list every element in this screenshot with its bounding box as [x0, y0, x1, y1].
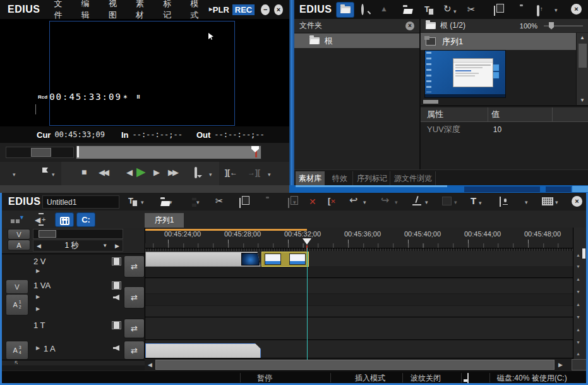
tl-export-chevron-icon[interactable]: ▾: [525, 200, 528, 205]
vscroll-up-icon-2[interactable]: ▲: [576, 277, 580, 281]
refresh-chevron-icon[interactable]: ▾: [453, 9, 457, 15]
position-bar[interactable]: [76, 145, 261, 159]
timeline-zoom-slider[interactable]: [33, 229, 123, 239]
prev-frame-button[interactable]: ◀: [126, 168, 133, 176]
hscroll-thumb[interactable]: [155, 360, 555, 370]
player-close-button[interactable]: ×: [274, 4, 283, 15]
vscroll-up-icon-1[interactable]: ▲: [576, 253, 580, 257]
tl-open-chevron-icon[interactable]: ▾: [169, 200, 172, 205]
sequence-tab[interactable]: 序列1: [145, 213, 184, 228]
track-row-1va-video[interactable]: [145, 278, 573, 294]
add-title-clip-button[interactable]: T: [424, 4, 429, 14]
tl-trim-chevron-icon[interactable]: ▾: [454, 200, 457, 205]
track-row-1va-audio[interactable]: [145, 306, 573, 317]
audio-mute-button[interactable]: A: [8, 240, 30, 250]
refresh-button[interactable]: ↻: [443, 4, 452, 13]
timeline-close-button[interactable]: ×: [572, 196, 582, 207]
status-ripple-mode[interactable]: 波纹关闭: [411, 373, 441, 384]
mode-timeline-button[interactable]: ▼: [9, 214, 26, 224]
tl-redo-button[interactable]: ↪: [381, 195, 389, 205]
properties-name-header[interactable]: 属性: [427, 109, 443, 120]
menu-clip[interactable]: 素材: [136, 0, 149, 21]
position-playhead-marker[interactable]: [251, 146, 259, 152]
track-1va-audio-button[interactable]: A 1 2: [6, 294, 28, 315]
next-frame-button[interactable]: ▶: [153, 168, 160, 176]
vscroll-down-icon-2[interactable]: ▼: [576, 290, 580, 294]
plr-button[interactable]: PLR: [213, 5, 229, 15]
transport-right-chevron-icon[interactable]: ▾: [268, 172, 271, 178]
menu-view[interactable]: 视图: [109, 0, 122, 21]
hscroll-left-icon[interactable]: ◀: [148, 362, 152, 368]
clip-2v-gray[interactable]: [145, 252, 261, 267]
tl-add-clip-button[interactable]: T: [128, 196, 133, 205]
vscroll-down-icon-3[interactable]: ▼: [576, 315, 580, 319]
sequence-thumbnail[interactable]: [424, 50, 506, 98]
mode-ripple-button[interactable]: C:: [76, 212, 95, 227]
vscroll-up-icon-5[interactable]: ▲: [576, 351, 580, 356]
rec-button[interactable]: REC: [232, 4, 255, 15]
hscroll-corner-box[interactable]: [572, 359, 587, 370]
bin-folder-view-button[interactable]: [336, 2, 354, 18]
track-1va-video-button[interactable]: V: [6, 279, 28, 294]
mode-insert-overwrite-button[interactable]: ◀ +: [33, 213, 50, 226]
player-minimize-button[interactable]: −: [261, 4, 270, 15]
shuttle-thumb[interactable]: [31, 148, 51, 157]
tl-trim-button[interactable]: [442, 197, 452, 205]
track-1t-sync-button[interactable]: ⇄: [124, 319, 145, 338]
tl-title-button[interactable]: T: [471, 195, 476, 206]
bin-list-scrollbar[interactable]: ▲ ▼: [576, 33, 588, 105]
bin-next-item-partial[interactable]: [423, 100, 438, 104]
menu-edit[interactable]: 编辑: [81, 0, 95, 21]
scroll-up-icon[interactable]: ▲: [580, 35, 585, 40]
timeline-zoom-slider-thumb[interactable]: [39, 230, 56, 238]
scrollbar-thumb[interactable]: [579, 44, 587, 68]
shuttle-slider[interactable]: [6, 147, 74, 158]
cut-button[interactable]: ✂: [467, 4, 476, 14]
timeline-hscrollbar[interactable]: ◀ ▶: [145, 358, 573, 371]
tl-undo-chevron-icon[interactable]: ▾: [363, 200, 366, 205]
status-insert-mode[interactable]: 插入模式: [355, 373, 385, 384]
tl-redo-chevron-icon[interactable]: ▾: [395, 200, 398, 205]
hscroll-right-icon[interactable]: ▶: [558, 362, 563, 368]
bin-zoom-slider-thumb[interactable]: [549, 22, 554, 30]
tl-shortcut-button[interactable]: [542, 197, 553, 205]
stop-button[interactable]: ■: [81, 168, 87, 176]
track-row-2v-sub[interactable]: [145, 266, 573, 278]
vscroll-down-icon-4[interactable]: ▼: [576, 340, 580, 345]
tab-source-browser[interactable]: 源文件浏览: [391, 171, 436, 186]
goto-out-button[interactable]: →][: [248, 169, 260, 176]
status-monitor-icon[interactable]: [467, 373, 469, 383]
track-header-1t[interactable]: 1 T ⇄: [2, 317, 145, 340]
export-button[interactable]: [537, 5, 539, 16]
scale-right-icon[interactable]: ▶: [115, 243, 119, 249]
folder-panel-close-button[interactable]: ×: [405, 21, 414, 30]
transport-left-chevron-icon[interactable]: ▾: [13, 172, 16, 178]
scroll-down-icon[interactable]: ▼: [580, 97, 585, 103]
rewind-button[interactable]: ◀◀: [99, 168, 107, 176]
properties-row[interactable]: YUV深度 10: [421, 123, 588, 137]
tab-effects[interactable]: 特效: [327, 171, 353, 186]
track-1va-speaker-icon[interactable]: [113, 295, 119, 300]
folder-root-item[interactable]: 根: [294, 34, 419, 48]
fast-forward-button[interactable]: ▶▶: [168, 168, 177, 176]
tl-paste-special-chevron-icon[interactable]: ▾: [293, 200, 296, 205]
menu-mode[interactable]: 模式: [190, 0, 203, 21]
track-1a-expand-icon[interactable]: ▶: [36, 345, 40, 351]
track-header-2v[interactable]: 2 V ▶ ⇄: [2, 254, 145, 279]
track-row-1va-mixer[interactable]: [145, 294, 573, 306]
tl-add-cut-point-button[interactable]: [412, 197, 421, 205]
vscroll-up-icon-3[interactable]: ▲: [576, 302, 580, 307]
tl-copy-button[interactable]: [239, 198, 241, 208]
track-1a-sync-button[interactable]: ⇄: [124, 341, 145, 360]
tl-title-chevron-icon[interactable]: ▾: [479, 200, 482, 206]
track-2v-expand-icon[interactable]: ▶: [36, 268, 40, 274]
track-row-1t[interactable]: [145, 317, 573, 340]
track-1va-sync-button[interactable]: ⇄: [124, 286, 145, 309]
goto-in-button[interactable]: ][←: [225, 169, 237, 176]
mode-sync-button[interactable]: [55, 212, 74, 227]
tl-cut-button[interactable]: ✂: [215, 196, 224, 205]
track-header-1a[interactable]: A 3 4 ▶ 1 A ⇄: [2, 339, 145, 360]
bin-zoom-slider[interactable]: [544, 21, 583, 30]
tl-ripple-delete-button[interactable]: [✕: [328, 196, 336, 205]
playhead-line[interactable]: [307, 248, 308, 360]
